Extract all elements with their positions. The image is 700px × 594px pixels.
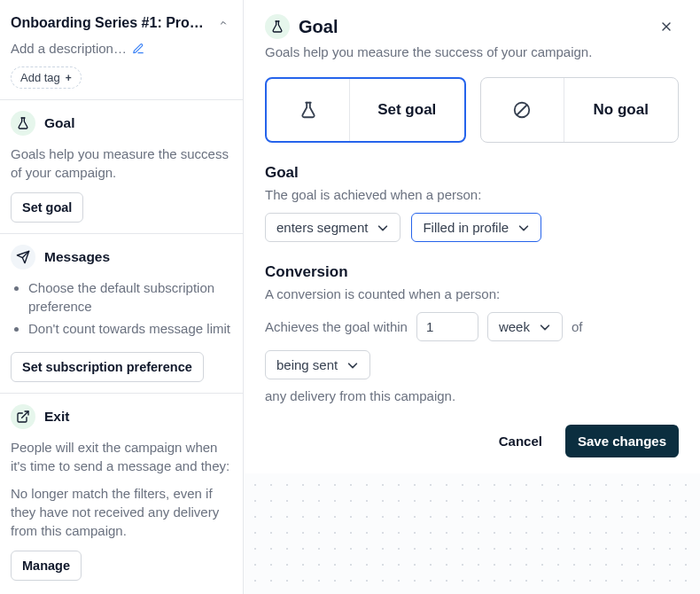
chevron-up-icon [220, 16, 227, 30]
condition-type-select[interactable]: enters segment [265, 213, 401, 242]
collapse-button[interactable] [214, 14, 232, 32]
conversion-scope-value: being sent [276, 357, 338, 372]
campaign-title: Onboarding Series #1: Pro… [11, 15, 204, 31]
sidebar-goal-heading: Goal [44, 115, 74, 131]
conversion-subhead: Conversion [265, 263, 679, 281]
no-goal-icon-cell [481, 78, 564, 142]
canvas-area[interactable] [244, 473, 700, 594]
conversion-unit-select[interactable]: week [487, 312, 563, 341]
goal-subdesc: The goal is achieved when a person: [265, 187, 679, 202]
sidebar-goal-header: Goal [11, 111, 232, 136]
conversion-suffix: any delivery from this campaign. [265, 388, 679, 403]
sidebar-messages-section: Messages Choose the default subscription… [0, 234, 243, 394]
conversion-prefix: Achieves the goal within [265, 319, 408, 334]
sidebar-messages-header: Messages [11, 245, 232, 270]
panel-title: Goal [299, 17, 338, 37]
panel-subtitle: Goals help you measure the success of yo… [265, 44, 654, 59]
conversion-subdesc: A conversion is counted when a person: [265, 286, 679, 301]
set-goal-label: Set goal [350, 101, 464, 119]
sidebar-header-section: Onboarding Series #1: Pro… Add a descrip… [0, 0, 243, 100]
panel-footer: Cancel Save changes [265, 425, 679, 457]
sidebar-goal-desc: Goals help you measure the success of yo… [11, 145, 232, 182]
chevron-down-icon [517, 222, 530, 234]
sidebar-exit-header: Exit [11, 404, 232, 429]
list-item: Choose the default subscription preferen… [28, 278, 232, 316]
flask-icon [299, 100, 318, 120]
chevron-down-icon [539, 321, 551, 333]
campaign-title-row: Onboarding Series #1: Pro… [11, 14, 232, 32]
exit-desc-2: No longer match the filters, even if the… [11, 484, 232, 540]
close-icon [659, 19, 673, 35]
plus-icon: + [66, 72, 72, 84]
send-icon [16, 250, 30, 264]
chevron-down-icon [346, 359, 359, 371]
goal-subhead: Goal [265, 164, 679, 182]
conversion-unit-value: week [499, 319, 530, 334]
description-placeholder: Add a description… [11, 41, 127, 56]
messages-bullet-list: Choose the default subscription preferen… [11, 278, 232, 338]
sidebar-set-goal-button[interactable]: Set goal [11, 192, 83, 223]
sidebar-exit-heading: Exit [44, 409, 69, 425]
sidebar: Onboarding Series #1: Pro… Add a descrip… [0, 0, 244, 594]
sidebar-messages-heading: Messages [44, 249, 110, 265]
sidebar-goal-section: Goal Goals help you measure the success … [0, 100, 243, 234]
panel-header: Goal Goals help you measure the success … [265, 14, 679, 59]
conversion-config-row: Achieves the goal within week of being s… [265, 312, 679, 379]
panel-goal-icon-bubble [265, 14, 290, 39]
conversion-count-input[interactable] [416, 312, 478, 341]
add-tag-button[interactable]: Add tag + [11, 66, 82, 89]
exit-desc-1: People will exit the campaign when it's … [11, 438, 232, 475]
close-button[interactable] [654, 14, 679, 39]
condition-type-value: enters segment [276, 220, 368, 235]
app-root: Onboarding Series #1: Pro… Add a descrip… [0, 0, 700, 594]
save-changes-button[interactable]: Save changes [565, 425, 679, 457]
conversion-of-text: of [572, 319, 583, 334]
description-row[interactable]: Add a description… [11, 41, 232, 56]
pencil-icon [132, 43, 144, 55]
main-area: Goal Goals help you measure the success … [244, 0, 700, 594]
external-link-icon [16, 410, 30, 424]
exit-icon-bubble [11, 404, 35, 429]
set-goal-icon-cell [267, 79, 350, 141]
messages-icon-bubble [11, 245, 35, 270]
conversion-scope-select[interactable]: being sent [265, 350, 370, 379]
chevron-down-icon [377, 222, 389, 234]
goal-icon-bubble [11, 111, 35, 136]
list-item: Don't count towards message limit [28, 319, 232, 338]
goal-toggle-row: Set goal No goal [265, 77, 679, 143]
panel-title-wrap: Goal Goals help you measure the success … [265, 14, 654, 59]
no-goal-label: No goal [564, 101, 679, 119]
add-tag-label: Add tag [20, 71, 60, 84]
cancel-button[interactable]: Cancel [494, 433, 548, 449]
no-goal-card[interactable]: No goal [480, 77, 680, 143]
set-goal-card[interactable]: Set goal [265, 77, 466, 143]
flask-icon [270, 20, 284, 34]
goal-panel: Goal Goals help you measure the success … [244, 0, 700, 473]
slash-circle-icon [512, 100, 532, 120]
svg-line-2 [22, 411, 28, 418]
goal-condition-row: enters segment Filled in profile [265, 213, 679, 242]
sidebar-exit-section: Exit People will exit the campaign when … [0, 394, 243, 591]
segment-select-value: Filled in profile [423, 220, 509, 235]
svg-line-6 [517, 106, 527, 115]
set-subscription-button[interactable]: Set subscription preference [11, 352, 204, 382]
flask-icon [16, 116, 30, 130]
segment-select[interactable]: Filled in profile [411, 213, 541, 242]
panel-title-row: Goal [265, 14, 654, 39]
manage-exit-button[interactable]: Manage [11, 551, 82, 581]
